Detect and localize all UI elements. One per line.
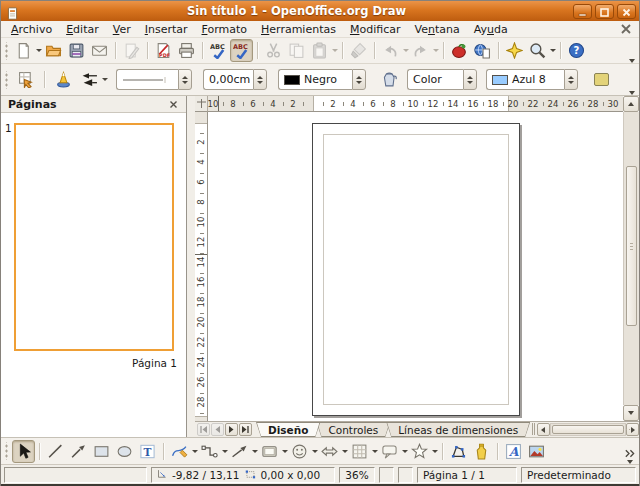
panel-close-icon[interactable]	[168, 99, 179, 110]
line-dialog-button[interactable]	[51, 68, 75, 92]
select-arrow-button[interactable]	[12, 440, 35, 463]
close-button[interactable]	[617, 4, 636, 19]
last-page-button[interactable]	[239, 423, 252, 436]
dropdown-caret[interactable]	[401, 450, 408, 453]
menu-ver[interactable]: Ver	[106, 22, 138, 37]
menu-herramientas[interactable]: Herramientas	[254, 22, 343, 37]
symbol-shapes-button[interactable]	[288, 440, 311, 463]
email-envelope-button[interactable]	[88, 39, 111, 62]
fill-color-spinner[interactable]	[564, 69, 578, 90]
vertical-scrollbar[interactable]	[623, 112, 639, 405]
dropdown-caret[interactable]	[311, 450, 318, 453]
toolbar-overflow-caret[interactable]	[629, 91, 635, 95]
menu-ventana[interactable]: Ventana	[407, 22, 466, 37]
menu-insertar[interactable]: Insertar	[138, 22, 195, 37]
fill-type-spinner[interactable]	[463, 69, 477, 90]
gallery-button[interactable]	[448, 39, 471, 62]
navigator-star-button[interactable]	[503, 39, 526, 62]
connector-button[interactable]	[198, 440, 221, 463]
dropdown-caret[interactable]	[549, 49, 556, 52]
line-width-spinner[interactable]	[253, 69, 267, 90]
auto-spellcheck-button[interactable]: ABC	[230, 39, 253, 62]
new-document-button[interactable]	[12, 39, 35, 62]
zoom-magnifier-button[interactable]	[526, 39, 549, 62]
arrow-style-button[interactable]	[77, 68, 101, 92]
line-color-spinner[interactable]	[352, 69, 366, 90]
curve-pen-button[interactable]	[168, 440, 191, 463]
text-box-button[interactable]: T	[136, 440, 159, 463]
dropdown-caret[interactable]	[221, 450, 228, 453]
dropdown-caret[interactable]	[191, 450, 198, 453]
toolbar-grip[interactable]	[4, 71, 9, 89]
save-floppy-button[interactable]	[65, 39, 88, 62]
hyperlink-globe-button[interactable]	[471, 39, 494, 62]
block-arrows-button[interactable]	[318, 440, 341, 463]
toolbar-grip[interactable]	[4, 442, 9, 460]
ellipse-button[interactable]	[113, 440, 136, 463]
tab-disen-o[interactable]: Diseño	[256, 422, 320, 437]
stars-button[interactable]	[408, 440, 431, 463]
shadow-toggle-button[interactable]	[589, 68, 613, 92]
scroll-up-button[interactable]	[623, 96, 639, 112]
basic-shapes-button[interactable]	[258, 440, 281, 463]
rectangle-button[interactable]	[90, 440, 113, 463]
open-folder-button[interactable]	[42, 39, 65, 62]
dropdown-caret[interactable]	[101, 78, 108, 81]
edit-points-button[interactable]	[447, 440, 470, 463]
menu-formato[interactable]: Formato	[195, 22, 255, 37]
next-page-button[interactable]	[225, 423, 238, 436]
menu-ayuda[interactable]: Ayuda	[467, 22, 515, 37]
lines-arrows-button[interactable]	[228, 440, 251, 463]
scroll-left-button[interactable]	[537, 423, 550, 436]
area-dialog-button[interactable]	[377, 68, 401, 92]
page-style[interactable]: Predeterminado	[521, 467, 636, 483]
titlebar[interactable]: Sin título 1 - OpenOffice.org Draw	[1, 1, 639, 21]
minimize-button[interactable]	[573, 4, 592, 19]
dropdown-caret[interactable]	[35, 49, 42, 52]
toolbar-overflow-caret[interactable]	[624, 449, 635, 464]
tab-scroll-divider[interactable]	[532, 423, 535, 435]
line-width-value[interactable]: 0,00cm	[203, 69, 253, 90]
styles-formatting-button[interactable]	[14, 68, 38, 92]
line-button[interactable]	[44, 440, 67, 463]
print-button[interactable]	[175, 39, 198, 62]
menu-archivo[interactable]: Archivo	[4, 22, 59, 37]
dropdown-caret[interactable]	[341, 450, 348, 453]
line-style-spinner[interactable]	[178, 69, 192, 90]
arrow-line-button[interactable]	[67, 440, 90, 463]
tab-controles[interactable]: Controles	[316, 422, 390, 437]
horizontal-scrollbar[interactable]	[550, 423, 626, 436]
maximize-button[interactable]	[595, 4, 614, 19]
fill-type-select[interactable]: Color	[407, 69, 477, 90]
line-width-stepper[interactable]: 0,00cm	[203, 69, 267, 90]
tab-li-neas-de-dimensiones[interactable]: Líneas de dimensiones	[386, 422, 530, 437]
dropdown-caret[interactable]	[371, 450, 378, 453]
scroll-down-button[interactable]	[623, 405, 639, 421]
horizontal-scrollbar-thumb[interactable]	[552, 425, 624, 434]
insert-image-button[interactable]	[525, 440, 548, 463]
menu-editar[interactable]: Editar	[59, 22, 106, 37]
dropdown-caret[interactable]	[251, 450, 258, 453]
fill-color-select[interactable]: Azul 8	[486, 69, 578, 90]
toolbar-grip[interactable]	[4, 42, 9, 60]
flowchart-button[interactable]	[348, 440, 371, 463]
export-pdf-button[interactable]: PDF	[152, 39, 175, 62]
menu-modificar[interactable]: Modificar	[343, 22, 408, 37]
callouts-button[interactable]	[378, 440, 401, 463]
toolbar-overflow-caret[interactable]	[629, 57, 635, 63]
vertical-scrollbar-thumb[interactable]	[626, 166, 637, 326]
help-button[interactable]: ?	[565, 39, 588, 62]
page-thumbnail[interactable]	[14, 123, 174, 351]
close-document-icon[interactable]	[620, 23, 632, 35]
fontwork-button[interactable]: A	[502, 440, 525, 463]
glue-points-button[interactable]	[470, 440, 493, 463]
dropdown-caret[interactable]	[281, 450, 288, 453]
drawing-page[interactable]	[312, 123, 520, 416]
spellcheck-button[interactable]: ABC	[207, 39, 230, 62]
dropdown-caret[interactable]	[431, 450, 438, 453]
drawing-viewport[interactable]	[208, 112, 623, 421]
line-style-combo[interactable]	[116, 69, 192, 90]
panel-splitter[interactable]	[187, 96, 195, 437]
line-color-select[interactable]: Negro	[278, 69, 366, 90]
zoom-level[interactable]: 36%	[339, 467, 375, 483]
